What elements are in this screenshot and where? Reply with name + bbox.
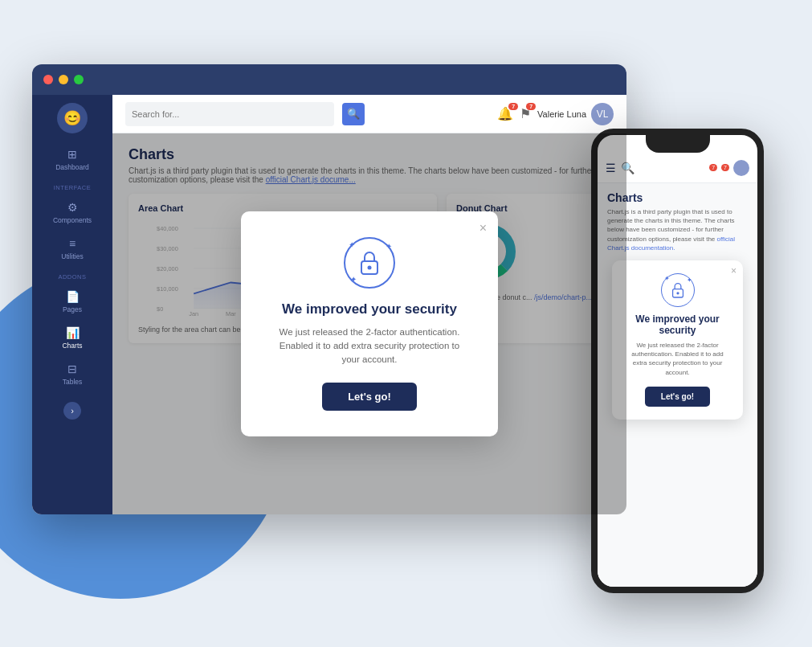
sidebar-item-pages[interactable]: 📄 Pages <box>32 285 112 318</box>
sparkle-icon-bl: ✦ <box>350 275 357 284</box>
mobile-sparkle-tr: ✦ <box>687 276 692 284</box>
browser-titlebar <box>32 64 626 95</box>
components-icon: ⚙ <box>67 201 78 214</box>
dot-green[interactable] <box>74 75 84 84</box>
tables-icon: ⊟ <box>67 362 77 375</box>
sidebar-item-charts[interactable]: 📊 Charts <box>32 321 112 354</box>
modal-body: We just released the 2-factor authentica… <box>270 326 469 367</box>
svg-point-21 <box>368 265 372 269</box>
sidebar-section-addons: ADDONS <box>58 273 86 281</box>
modal-cta-button[interactable]: Let's go! <box>322 383 417 411</box>
mobile-modal-title: We improved your security <box>625 313 730 336</box>
user-avatar: VL <box>591 103 614 125</box>
header-right: 🔔 7 ⚑ 7 Valerie Luna VL <box>497 103 614 125</box>
alert-count: 7 <box>526 103 536 110</box>
page-content: Charts Chart.js is a third party plugin … <box>112 133 626 514</box>
security-modal: × ✦ ✦ ✦ We impr <box>241 211 498 437</box>
sidebar-label-pages: Pages <box>63 305 82 313</box>
mobile-modal-body: We just released the 2-factor authentica… <box>625 341 730 377</box>
mobile-lock-icon <box>671 281 685 299</box>
modal-close-button[interactable]: × <box>479 221 487 235</box>
dot-yellow[interactable] <box>59 75 68 84</box>
search-box <box>125 102 334 126</box>
sidebar-logo[interactable]: 😊 <box>57 103 88 133</box>
mobile-security-modal: × ✦ ✦ We improved your security We just … <box>612 260 743 420</box>
user-name: Valerie Luna <box>537 109 586 119</box>
sidebar-label-tables: Tables <box>63 378 83 386</box>
search-input[interactable] <box>132 109 328 119</box>
sidebar-item-utilities[interactable]: ≡ Utilities <box>32 232 112 265</box>
mobile-page-title: Charts <box>607 191 748 204</box>
sidebar-label-components: Components <box>53 216 92 224</box>
browser-mockup: 😊 ⊞ Dashboard INTERFACE ⚙ Components ≡ U… <box>32 64 626 514</box>
notification-count: 7 <box>508 103 518 110</box>
charts-icon: 📊 <box>66 326 80 339</box>
scene: 😊 ⊞ Dashboard INTERFACE ⚙ Components ≡ U… <box>0 0 812 647</box>
mobile-page-desc: Chart.js is a third party plugin that is… <box>607 207 748 252</box>
mobile-header-right: 7 7 <box>709 160 749 176</box>
mobile-badge-2[interactable]: 7 <box>721 164 729 171</box>
lock-icon-container: ✦ ✦ ✦ <box>344 237 395 289</box>
search-button[interactable]: 🔍 <box>342 103 365 125</box>
sparkle-icon-tl: ✦ <box>349 240 355 249</box>
mobile-sparkle-tl: ✦ <box>664 275 670 282</box>
main-content: 🔍 🔔 7 ⚑ 7 Valerie Luna VL <box>112 95 626 514</box>
mobile-notch <box>646 135 710 153</box>
user-info[interactable]: Valerie Luna VL <box>537 103 614 125</box>
sidebar-item-dashboard[interactable]: ⊞ Dashboard <box>32 143 112 176</box>
header: 🔍 🔔 7 ⚑ 7 Valerie Luna VL <box>112 95 626 133</box>
mobile-modal-cta-button[interactable]: Let's go! <box>645 387 710 407</box>
browser-body: 😊 ⊞ Dashboard INTERFACE ⚙ Components ≡ U… <box>32 95 626 514</box>
sidebar-label-charts: Charts <box>62 342 82 350</box>
sparkle-icon-tr: ✦ <box>386 242 392 251</box>
lock-icon <box>358 250 381 276</box>
notification-bell[interactable]: 🔔 7 <box>497 106 513 121</box>
mobile-lock-container: ✦ ✦ <box>661 273 695 307</box>
svg-point-23 <box>676 292 679 294</box>
sidebar-label-utilities: Utilities <box>61 252 83 260</box>
modal-overlay[interactable]: × ✦ ✦ ✦ We impr <box>112 133 626 514</box>
utilities-icon: ≡ <box>69 237 75 250</box>
pages-icon: 📄 <box>66 290 80 303</box>
sidebar-section-interface: INTERFACE <box>54 184 92 191</box>
modal-title: We improved your security <box>270 301 469 317</box>
mobile-avatar[interactable] <box>733 160 749 176</box>
mobile-modal-close-button[interactable]: × <box>731 265 737 276</box>
dashboard-icon: ⊞ <box>67 148 77 161</box>
sidebar: 😊 ⊞ Dashboard INTERFACE ⚙ Components ≡ U… <box>32 95 112 514</box>
sidebar-label-dashboard: Dashboard <box>55 163 89 171</box>
alert-badge[interactable]: ⚑ 7 <box>520 106 531 121</box>
dot-red[interactable] <box>43 75 53 84</box>
sidebar-item-tables[interactable]: ⊟ Tables <box>32 358 112 391</box>
mobile-badge-1[interactable]: 7 <box>709 164 717 171</box>
sidebar-collapse-btn[interactable]: › <box>63 402 81 420</box>
sidebar-item-components[interactable]: ⚙ Components <box>32 196 112 229</box>
